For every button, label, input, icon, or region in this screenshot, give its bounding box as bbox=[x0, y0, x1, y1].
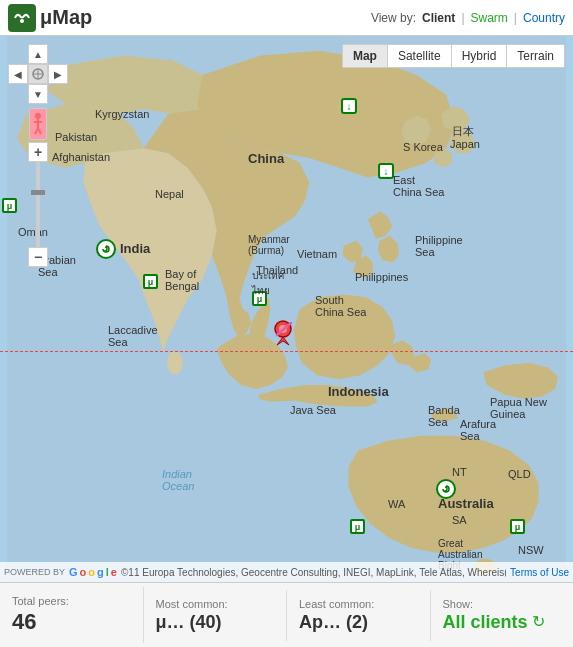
view-country-link[interactable]: Country bbox=[523, 11, 565, 25]
map-type-bar: Map Satellite Hybrid Terrain bbox=[342, 44, 565, 68]
view-swarm-link[interactable]: Swarm bbox=[471, 11, 508, 25]
most-common-block: Most common: μ… (40) bbox=[144, 590, 288, 641]
nav-center bbox=[28, 64, 48, 84]
header: μMap View by: Client | Swarm | Country bbox=[0, 0, 573, 36]
map-type-map[interactable]: Map bbox=[343, 45, 388, 67]
google-o2: o bbox=[88, 566, 95, 578]
most-common-value: μ… (40) bbox=[156, 612, 275, 633]
dashed-equator-line bbox=[0, 351, 573, 352]
logo-area: μMap bbox=[8, 4, 92, 32]
google-g2: g bbox=[97, 566, 104, 578]
map-type-satellite[interactable]: Satellite bbox=[388, 45, 452, 67]
streetview-btn[interactable] bbox=[29, 108, 47, 140]
google-g: G bbox=[69, 566, 78, 578]
view-by-area: View by: Client | Swarm | Country bbox=[371, 11, 565, 25]
svg-point-3 bbox=[167, 351, 183, 374]
marker-mu-australia-se[interactable]: μ bbox=[510, 519, 525, 534]
attr-bar: POWERED BY G o o g l e ©11 Europa Techno… bbox=[0, 562, 573, 582]
least-common-block: Least common: Ap… (2) bbox=[287, 590, 431, 641]
app: μMap View by: Client | Swarm | Country bbox=[0, 0, 573, 647]
most-common-label: Most common: bbox=[156, 598, 275, 610]
stats-bar: Total peers: 46 Most common: μ… (40) Lea… bbox=[0, 582, 573, 647]
map-svg bbox=[0, 36, 573, 582]
zoom-controls: + − bbox=[28, 142, 48, 267]
map-container[interactable]: Map Satellite Hybrid Terrain ▲ ◀ ▶ ▼ bbox=[0, 36, 573, 582]
zoom-out-btn[interactable]: − bbox=[28, 247, 48, 267]
attribution-text: ©11 Europa Technologies, Geocentre Consu… bbox=[121, 567, 506, 578]
show-value-area: All clients ↻ bbox=[443, 612, 562, 633]
map-type-hybrid[interactable]: Hybrid bbox=[452, 45, 508, 67]
show-value[interactable]: All clients bbox=[443, 612, 528, 633]
view-by-label: View by: bbox=[371, 11, 416, 25]
view-client-link[interactable]: Client bbox=[422, 11, 455, 25]
zoom-in-btn[interactable]: + bbox=[28, 142, 48, 162]
refresh-icon[interactable]: ↻ bbox=[532, 612, 552, 632]
marker-spiral-india[interactable] bbox=[96, 239, 116, 259]
nav-controls: ▲ ◀ ▶ ▼ bbox=[8, 44, 68, 267]
marker-red-pin[interactable] bbox=[273, 319, 293, 350]
least-common-value: Ap… (2) bbox=[299, 612, 418, 633]
nav-right-btn[interactable]: ▶ bbox=[48, 64, 68, 84]
least-common-label: Least common: bbox=[299, 598, 418, 610]
marker-2[interactable]: ↓ bbox=[378, 163, 394, 179]
svg-line-12 bbox=[38, 128, 41, 134]
marker-mu-australia-sw[interactable]: μ bbox=[350, 519, 365, 534]
terms-link[interactable]: Terms of Use bbox=[510, 567, 569, 578]
nav-arrows: ▲ ◀ ▶ ▼ bbox=[8, 44, 68, 104]
map-type-terrain[interactable]: Terrain bbox=[507, 45, 564, 67]
total-peers-label: Total peers: bbox=[12, 595, 131, 607]
total-peers-value: 46 bbox=[12, 609, 131, 635]
nav-down-btn[interactable]: ▼ bbox=[28, 84, 48, 104]
google-l: l bbox=[106, 566, 109, 578]
total-peers-block: Total peers: 46 bbox=[0, 587, 144, 643]
google-o1: o bbox=[80, 566, 87, 578]
attr-logos: G o o g l e bbox=[69, 566, 117, 578]
logo-icon bbox=[8, 4, 36, 32]
marker-spiral-australia[interactable] bbox=[436, 479, 456, 499]
show-label: Show: bbox=[443, 598, 562, 610]
google-e: e bbox=[111, 566, 117, 578]
marker-mu-laccadive[interactable]: μ bbox=[143, 274, 158, 289]
nav-left-btn[interactable]: ◀ bbox=[8, 64, 28, 84]
powered-by-label: POWERED BY bbox=[4, 567, 65, 577]
svg-point-1 bbox=[20, 19, 24, 23]
marker-1[interactable]: ↓ bbox=[341, 98, 357, 114]
svg-point-8 bbox=[35, 113, 41, 119]
show-block: Show: All clients ↻ bbox=[431, 590, 574, 641]
logo-text: μMap bbox=[40, 6, 92, 29]
marker-mu-thailand[interactable]: μ bbox=[252, 291, 267, 306]
nav-up-btn[interactable]: ▲ bbox=[28, 44, 48, 64]
